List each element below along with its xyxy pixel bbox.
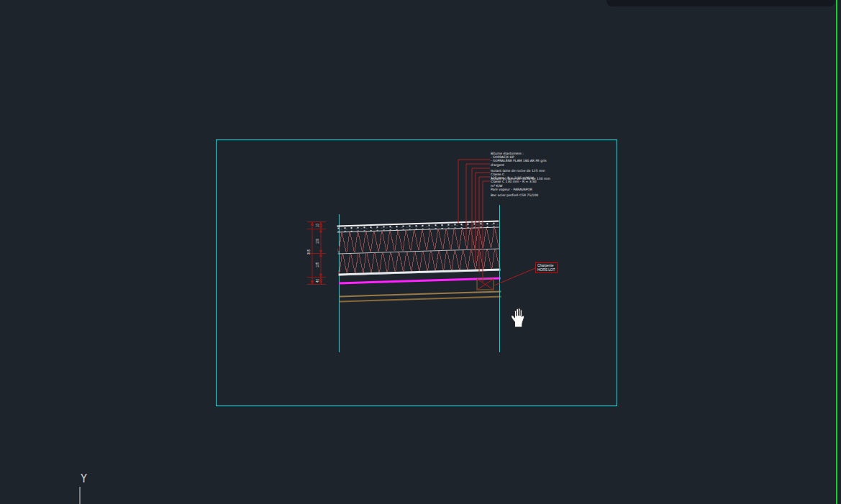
- right-construction-line: [499, 205, 500, 352]
- dimension-segment: 10: [316, 218, 319, 234]
- annotation-block: Bitume élastomère : - SOPRAFIX HP - SOPR…: [491, 152, 565, 197]
- cad-canvas[interactable]: Bitume élastomère : - SOPRAFIX HP - SOPR…: [0, 0, 841, 504]
- steel-deck-line: [339, 277, 501, 284]
- dimension-segment: 40: [316, 273, 319, 289]
- annotation-line: d'argent: [491, 163, 565, 167]
- browser-autohide-bar: [606, 0, 835, 6]
- callout-line: Charpente: [537, 264, 555, 268]
- hand-icon: [509, 306, 527, 328]
- callout-line: HORS LOT: [537, 268, 555, 272]
- screenshare-border: [836, 0, 837, 504]
- roof-section-drawing: [337, 213, 501, 308]
- annotation-line: Bac acier perforé C59 75/100: [491, 193, 565, 197]
- annotation-line-overlapped: 125 mm - R = 3.35 m²K/W Isolant en laine…: [491, 176, 565, 180]
- dimension-segment: 130: [316, 234, 319, 249]
- pan-hand-cursor: [509, 306, 527, 331]
- annotation-line: Isolant en laine de roche de 130 mm: [491, 177, 550, 180]
- dimension-total: 305: [307, 244, 311, 260]
- purlin-flange-line-bottom: [340, 295, 501, 302]
- dimension-segment: 125: [316, 257, 319, 273]
- ucs-y-axis-label: Y: [81, 472, 87, 485]
- annotation-line: Pare vapeur - PARAVAPOR: [491, 188, 565, 191]
- charpente-callout: Charpente HORS LOT: [535, 262, 558, 273]
